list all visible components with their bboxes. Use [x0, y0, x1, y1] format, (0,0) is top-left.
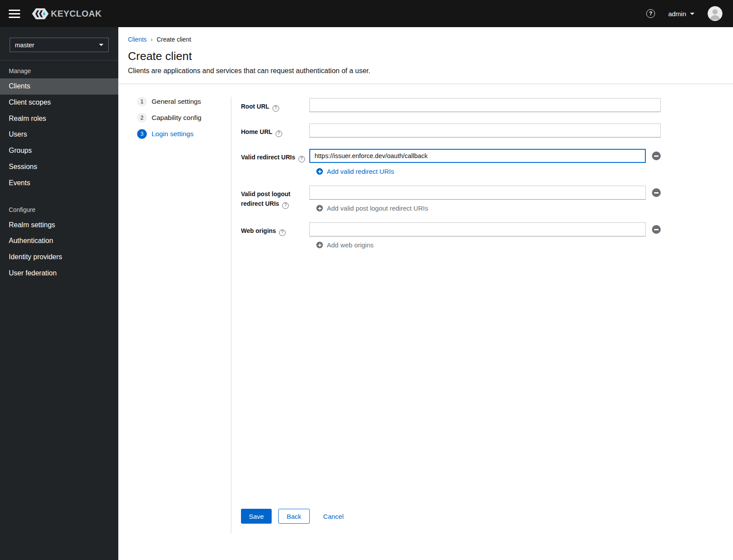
page-header: Clients › Create client Create client Cl…: [118, 27, 733, 84]
page-title: Create client: [128, 49, 722, 63]
sidebar-item-user-federation[interactable]: User federation: [0, 265, 118, 282]
field-web-origins: Web origins? Add web origins: [241, 222, 661, 249]
user-menu-dropdown[interactable]: admin: [668, 10, 694, 18]
sidebar-item-events[interactable]: Events: [0, 175, 118, 191]
help-icon[interactable]: ?: [279, 229, 286, 236]
help-icon[interactable]: ?: [282, 202, 289, 209]
sidebar-item-realm-settings[interactable]: Realm settings: [0, 217, 118, 233]
add-valid-redirect-uri-button[interactable]: Add valid redirect URIs: [316, 168, 394, 175]
web-origins-input[interactable]: [309, 222, 646, 236]
realm-selector[interactable]: master: [10, 38, 109, 52]
root-url-label: Root URL?: [241, 98, 309, 112]
realm-name: master: [15, 42, 34, 49]
sidebar-item-realm-roles[interactable]: Realm roles: [0, 111, 118, 127]
sidebar-item-client-scopes[interactable]: Client scopes: [0, 95, 118, 111]
nav-section-title: Configure: [0, 199, 118, 217]
field-valid-redirect-uris: Valid redirect URIs? Add valid redirect …: [241, 149, 661, 175]
nav-section-title: Manage: [0, 60, 118, 78]
step-number: 3: [137, 129, 147, 139]
valid-redirect-uri-input[interactable]: [309, 149, 646, 163]
avatar[interactable]: [708, 6, 722, 21]
home-url-label: Home URL?: [241, 123, 309, 137]
add-valid-post-logout-redirect-uri-button[interactable]: Add valid post logout redirect URIs: [316, 204, 428, 212]
help-icon[interactable]: ?: [646, 9, 655, 18]
back-button[interactable]: Back: [278, 509, 309, 524]
keycloak-brand: KEYCLOAK: [32, 8, 102, 20]
step-label: General settings: [152, 98, 201, 106]
valid-post-logout-redirect-uri-input[interactable]: [309, 186, 646, 200]
sidebar-item-users[interactable]: Users: [0, 127, 118, 143]
wizard-content: 1 General settings 2 Capability config 3…: [118, 84, 733, 560]
breadcrumb-link-clients[interactable]: Clients: [128, 36, 147, 43]
step-number: 1: [137, 97, 147, 106]
sidebar-item-sessions[interactable]: Sessions: [0, 159, 118, 175]
help-icon[interactable]: ?: [273, 105, 279, 112]
help-icon[interactable]: ?: [298, 156, 305, 162]
step-number: 2: [137, 113, 147, 123]
nav-section-configure: Configure Realm settings Authentication …: [0, 199, 118, 282]
masthead-right: ? admin: [646, 6, 722, 21]
valid-redirect-uris-label: Valid redirect URIs?: [241, 149, 309, 175]
nav-section-manage: Manage Clients Client scopes Realm roles…: [0, 60, 118, 191]
main-content: Clients › Create client Create client Cl…: [118, 27, 733, 560]
field-valid-post-logout-redirect-uris: Valid post logout redirect URIs? Add val…: [241, 186, 661, 212]
field-home-url: Home URL?: [241, 123, 661, 137]
masthead: KEYCLOAK ? admin: [0, 0, 733, 27]
plus-circle-icon: [316, 205, 323, 211]
form-actions: Save Back Cancel: [241, 509, 661, 524]
realm-selector-wrap: master: [0, 27, 118, 60]
home-url-input[interactable]: [309, 123, 661, 137]
brand-text: KEYCLOAK: [51, 9, 102, 19]
remove-redirect-uri-button[interactable]: [652, 151, 661, 160]
remove-web-origin-button[interactable]: [652, 225, 661, 234]
remove-post-logout-uri-button[interactable]: [652, 188, 661, 197]
wizard-steps-nav: 1 General settings 2 Capability config 3…: [118, 97, 231, 145]
chevron-down-icon: [99, 44, 103, 46]
field-root-url: Root URL?: [241, 98, 661, 112]
wizard-step-login-settings[interactable]: 3 Login settings: [137, 129, 194, 139]
root-url-input[interactable]: [309, 98, 661, 112]
plus-circle-icon: [316, 242, 323, 248]
hamburger-menu-button[interactable]: [9, 10, 20, 18]
save-button[interactable]: Save: [241, 509, 272, 524]
cancel-button[interactable]: Cancel: [323, 509, 344, 524]
help-icon[interactable]: ?: [276, 130, 282, 137]
login-settings-form: Root URL? Home URL? Vali: [231, 97, 733, 533]
chevron-down-icon: [690, 13, 694, 15]
breadcrumb-current: Create client: [156, 36, 191, 43]
page-subtitle: Clients are applications and services th…: [128, 67, 722, 75]
add-web-origins-button[interactable]: Add web origins: [316, 241, 374, 249]
step-label: Capability config: [152, 114, 202, 122]
sidebar-item-authentication[interactable]: Authentication: [0, 233, 118, 249]
valid-post-logout-redirect-uris-label: Valid post logout redirect URIs?: [241, 186, 309, 212]
keycloak-logo-icon: [32, 8, 49, 20]
wizard-step-capability-config[interactable]: 2 Capability config: [137, 113, 202, 123]
wizard-step-general-settings[interactable]: 1 General settings: [137, 97, 201, 106]
breadcrumb: Clients › Create client: [128, 36, 722, 43]
plus-circle-icon: [316, 168, 323, 175]
sidebar: master Manage Clients Client scopes Real…: [0, 27, 118, 560]
step-label: Login settings: [152, 130, 194, 138]
web-origins-label: Web origins?: [241, 222, 309, 249]
sidebar-item-groups[interactable]: Groups: [0, 143, 118, 159]
sidebar-item-clients[interactable]: Clients: [0, 78, 118, 95]
breadcrumb-separator: ›: [151, 36, 153, 43]
sidebar-item-identity-providers[interactable]: Identity providers: [0, 249, 118, 265]
user-name: admin: [668, 10, 686, 18]
